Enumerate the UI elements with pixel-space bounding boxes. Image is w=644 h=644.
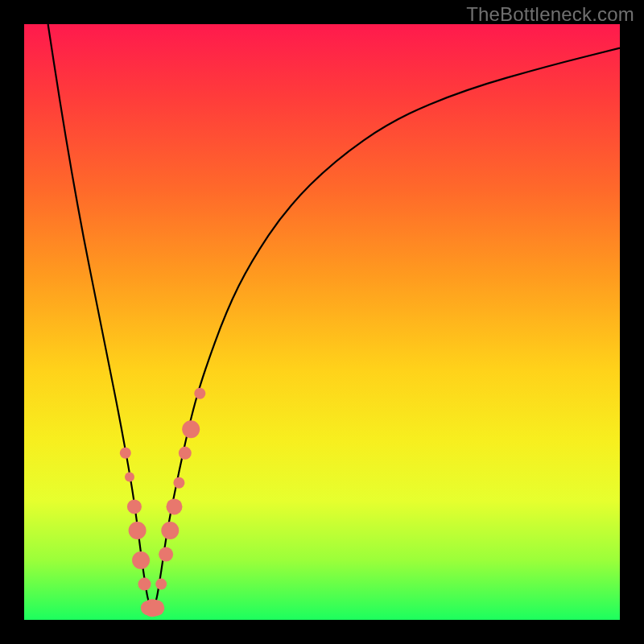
marker-point bbox=[194, 388, 205, 399]
marker-point bbox=[129, 522, 147, 539]
marker-point bbox=[161, 522, 179, 539]
plot-area bbox=[24, 24, 620, 620]
curve-svg bbox=[24, 24, 620, 620]
marker-group bbox=[120, 388, 206, 617]
marker-point bbox=[127, 499, 142, 514]
marker-point bbox=[173, 477, 184, 489]
marker-point bbox=[138, 578, 151, 591]
marker-point bbox=[155, 579, 167, 590]
marker-point bbox=[182, 420, 200, 438]
marker-point bbox=[148, 600, 164, 616]
chart-frame: TheBottleneck.com bbox=[0, 0, 644, 644]
bottleneck-curve bbox=[48, 24, 620, 608]
marker-point bbox=[179, 447, 192, 460]
marker-point bbox=[120, 448, 131, 459]
marker-point bbox=[166, 498, 182, 514]
marker-point bbox=[125, 472, 134, 481]
marker-point bbox=[159, 547, 173, 562]
marker-point bbox=[132, 551, 150, 569]
watermark-text: TheBottleneck.com bbox=[466, 3, 634, 26]
